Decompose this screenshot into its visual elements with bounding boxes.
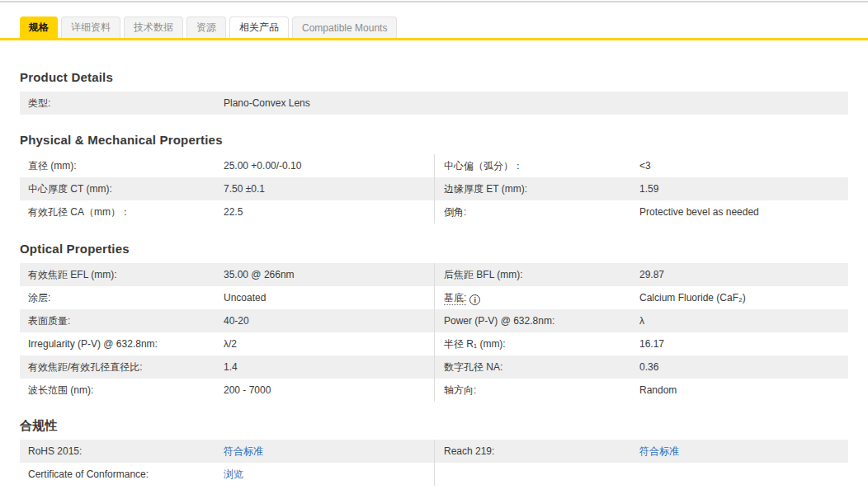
spec-label: 后焦距 BFL (mm): (435, 268, 639, 282)
spec-label: 类型: (20, 97, 224, 111)
spec-label: 中心偏（弧分）： (435, 159, 639, 173)
spec-label: 有效焦距 EFL (mm): (20, 268, 224, 282)
spec-value: 7.50 ±0.1 (224, 183, 434, 195)
table-row: 类型: Plano-Convex Lens (20, 92, 848, 115)
tab-resources[interactable]: 资源 (186, 16, 226, 38)
spec-label-substrate: 基底:i (435, 291, 639, 305)
page-top-divider (0, 1, 868, 2)
spec-value: Calcium Fluoride (CaF₂) (639, 292, 848, 304)
spec-value: 35.00 @ 266nm (224, 269, 434, 280)
spec-value: 200 - 7000 (224, 384, 434, 396)
table-row: 有效孔径 CA（mm）： 22.5 倒角: Protective bevel a… (20, 200, 848, 224)
section-title-physical: Physical & Mechanical Properties (20, 133, 848, 147)
spec-value: Protective bevel as needed (639, 206, 848, 218)
spec-value: 1.4 (224, 361, 434, 373)
spec-label: 表面质量: (20, 314, 224, 328)
table-row: Irregularity (P-V) @ 632.8nm: λ/2 半径 R₁ … (20, 332, 848, 355)
table-row: RoHS 2015: 符合标准 Reach 219: 符合标准 (20, 440, 848, 463)
table-row: 直径 (mm): 25.00 +0.00/-0.10 中心偏（弧分）： <3 (20, 154, 848, 177)
spec-label: 轴方向: (435, 384, 639, 398)
spec-tab-bar: 规格 详细资料 技术数据 资源 相关产品 Compatible Mounts (0, 16, 868, 40)
table-row: 波长范围 (nm): 200 - 7000 轴方向: Random (20, 379, 848, 402)
spec-label: 数字孔径 NA: (435, 360, 639, 374)
table-row: 有效焦距/有效孔径直径比: 1.4 数字孔径 NA: 0.36 (20, 355, 848, 379)
spec-value: 29.87 (639, 269, 848, 280)
tab-specs[interactable]: 规格 (20, 16, 58, 38)
spec-value: 16.17 (639, 338, 848, 350)
spec-label: Irregularity (P-V) @ 632.8nm: (20, 338, 224, 350)
spec-value: λ (639, 315, 848, 327)
table-row: 表面质量: 40-20 Power (P-V) @ 632.8nm: λ (20, 309, 848, 332)
spec-value: 0.36 (639, 361, 848, 373)
spec-value: <3 (639, 160, 848, 172)
spec-label: 边缘厚度 ET (mm): (435, 182, 639, 196)
tab-compatible-mounts[interactable]: Compatible Mounts (292, 16, 397, 38)
spec-label: Power (P-V) @ 632.8nm: (435, 315, 639, 327)
spec-value: Random (639, 384, 848, 396)
section-title-product-details: Product Details (20, 70, 848, 84)
spec-value: Uncoated (224, 292, 434, 304)
table-row: 涂层: Uncoated 基底:i Calcium Fluoride (CaF₂… (20, 286, 848, 309)
spec-label: 涂层: (20, 291, 224, 305)
spec-label: 有效孔径 CA（mm）： (20, 205, 224, 219)
tab-technical-data[interactable]: 技术数据 (124, 16, 183, 38)
spec-label: 中心厚度 CT (mm): (20, 182, 224, 196)
spec-label: 波长范围 (nm): (20, 384, 224, 398)
substrate-label: 基底: (444, 292, 466, 305)
spec-label: Certificate of Conformance: (20, 468, 224, 480)
spec-label: 半径 R₁ (mm): (435, 337, 639, 351)
spec-label: RoHS 2015: (20, 445, 224, 457)
spec-label: 直径 (mm): (20, 159, 224, 173)
reach-compliant-link[interactable]: 符合标准 (639, 445, 679, 457)
table-row: Certificate of Conformance: 浏览 (20, 463, 848, 486)
spec-value: 1.59 (639, 183, 848, 195)
spec-label: 有效焦距/有效孔径直径比: (20, 360, 224, 374)
spec-content: Product Details 类型: Plano-Convex Lens Ph… (0, 70, 868, 486)
info-icon[interactable]: i (469, 294, 480, 305)
spec-label: 倒角: (435, 205, 639, 219)
spec-value: 40-20 (224, 315, 434, 327)
spec-value: 22.5 (224, 206, 434, 218)
spec-value: λ/2 (224, 338, 434, 350)
tab-details[interactable]: 详细资料 (61, 16, 120, 38)
spec-value: Plano-Convex Lens (224, 97, 848, 109)
tab-related-products[interactable]: 相关产品 (229, 16, 289, 38)
certificate-view-link[interactable]: 浏览 (224, 468, 243, 480)
spec-label: Reach 219: (435, 445, 639, 457)
rohs-compliant-link[interactable]: 符合标准 (224, 445, 263, 457)
section-title-compliance: 合规性 (20, 418, 848, 434)
table-row: 中心厚度 CT (mm): 7.50 ±0.1 边缘厚度 ET (mm): 1.… (20, 177, 848, 200)
spec-value: 25.00 +0.00/-0.10 (224, 160, 434, 172)
section-title-optical: Optical Properties (20, 242, 848, 256)
table-row: 有效焦距 EFL (mm): 35.00 @ 266nm 后焦距 BFL (mm… (20, 263, 848, 286)
